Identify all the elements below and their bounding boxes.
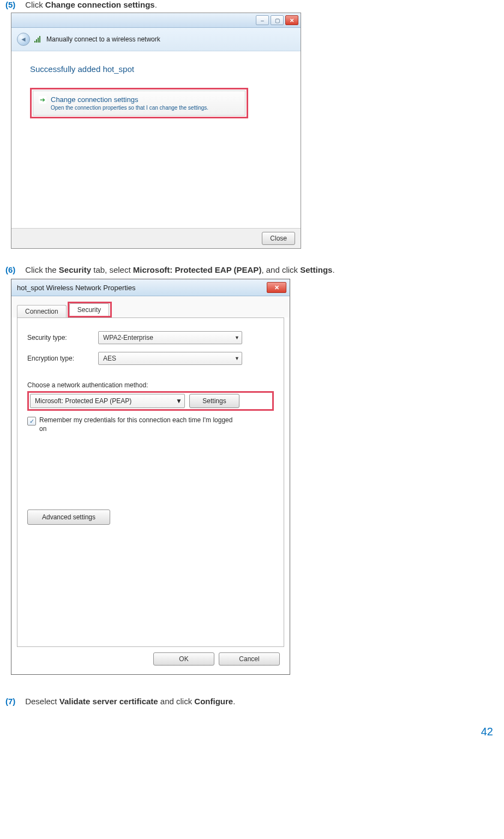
remember-credentials-row[interactable]: ✓ Remember my credentials for this conne… — [27, 416, 235, 433]
encryption-type-value: AES — [103, 355, 116, 362]
dialog-title: hot_spot Wireless Network Properties — [17, 284, 135, 292]
chevron-down-icon: ▼ — [176, 397, 182, 405]
highlight-security-tab: Security — [68, 302, 112, 317]
page-number: 42 — [0, 709, 504, 749]
dialog-titlebar: hot_spot Wireless Network Properties ✕ — [11, 279, 290, 296]
change-settings-title: Change connection settings — [51, 95, 138, 104]
encryption-type-select[interactable]: AES ▼ — [98, 352, 242, 365]
step-7-num: (7) — [5, 697, 23, 706]
security-type-label: Security type: — [27, 334, 98, 341]
wizard-footer: Close — [11, 228, 301, 248]
auth-method-value: Microsoft: Protected EAP (PEAP) — [35, 397, 131, 405]
tab-strip: Connection Security — [11, 296, 290, 317]
auth-method-select[interactable]: Microsoft: Protected EAP (PEAP) ▼ — [30, 394, 185, 408]
advanced-settings-button[interactable]: Advanced settings — [27, 510, 110, 525]
ok-button[interactable]: OK — [153, 652, 214, 666]
properties-dialog: hot_spot Wireless Network Properties ✕ C… — [11, 279, 290, 675]
remember-credentials-label: Remember my credentials for this connect… — [39, 416, 235, 433]
highlight-auth-row: Microsoft: Protected EAP (PEAP) ▼ Settin… — [27, 391, 274, 411]
wizard-body: Successfully added hot_spot ➔ Change con… — [11, 51, 301, 228]
remember-credentials-checkbox[interactable]: ✓ — [27, 417, 36, 426]
wizard-header: ◄ Manually connect to a wireless network — [11, 28, 301, 51]
arrow-right-icon: ➔ — [39, 96, 46, 104]
highlight-change-settings: ➔ Change connection settings Open the co… — [30, 88, 248, 118]
tab-connection[interactable]: Connection — [17, 305, 67, 317]
titlebar: – ▢ ✕ — [11, 13, 301, 28]
close-button[interactable]: ✕ — [285, 15, 298, 25]
success-message: Successfully added hot_spot — [30, 64, 289, 74]
dialog-close-button[interactable]: ✕ — [267, 282, 286, 293]
change-settings-option[interactable]: ➔ Change connection settings Open the co… — [33, 91, 245, 116]
chevron-down-icon: ▼ — [235, 356, 239, 361]
wizard-title: Manually connect to a wireless network — [46, 35, 160, 43]
security-type-value: WPA2-Enterprise — [103, 334, 153, 341]
change-settings-subtitle: Open the connection properties so that I… — [51, 105, 241, 111]
step-5-text: Click Change connection settings. — [25, 0, 157, 9]
wizard-window: – ▢ ✕ ◄ Manually connect to a wireless n… — [11, 13, 301, 249]
settings-button[interactable]: Settings — [189, 394, 239, 408]
tab-panel-security: Security type: WPA2-Enterprise ▼ Encrypt… — [17, 317, 284, 647]
auth-method-label: Choose a network authentication method: — [27, 381, 274, 389]
cancel-button[interactable]: Cancel — [219, 652, 280, 666]
minimize-button[interactable]: – — [256, 15, 269, 25]
maximize-button[interactable]: ▢ — [271, 15, 284, 25]
security-type-select[interactable]: WPA2-Enterprise ▼ — [98, 331, 242, 344]
dialog-footer: OK Cancel — [11, 652, 290, 674]
tab-security[interactable]: Security — [69, 303, 109, 316]
step-6: (6) Click the Security tab, select Micro… — [5, 265, 499, 274]
wireless-icon — [34, 36, 42, 43]
back-button[interactable]: ◄ — [17, 33, 30, 46]
step-7: (7) Deselect Validate server certificate… — [5, 697, 499, 706]
chevron-down-icon: ▼ — [235, 335, 239, 340]
step-7-text: Deselect Validate server certificate and… — [25, 697, 235, 706]
step-6-num: (6) — [5, 265, 23, 274]
step-5-num: (5) — [5, 0, 23, 9]
encryption-type-label: Encryption type: — [27, 355, 98, 362]
step-6-text: Click the Security tab, select Microsoft… — [25, 265, 334, 274]
close-button-footer[interactable]: Close — [262, 232, 295, 245]
step-5: (5) Click Change connection settings. — [5, 0, 499, 9]
